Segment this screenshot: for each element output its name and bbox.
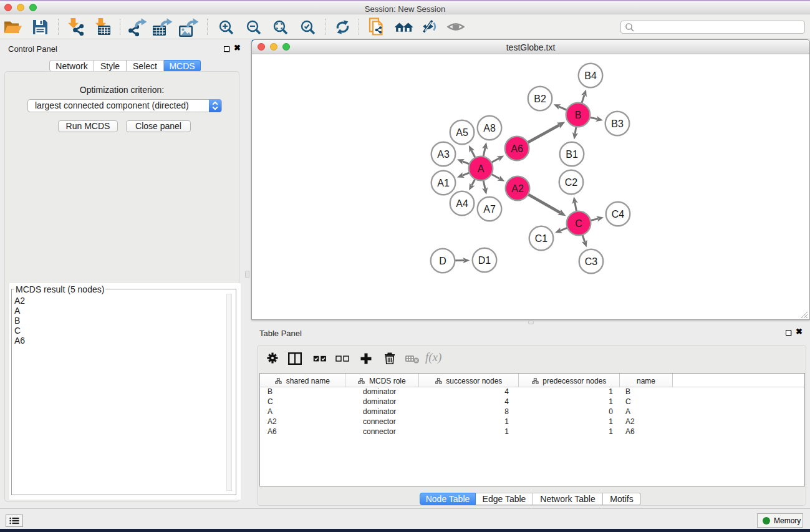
svg-text:D: D [439,256,446,266]
svg-text:A4: A4 [456,198,468,209]
svg-text:C3: C3 [585,256,598,267]
svg-text:B4: B4 [584,70,597,81]
svg-text:A8: A8 [483,123,496,133]
svg-text:D1: D1 [478,255,491,266]
svg-text:B3: B3 [611,118,624,129]
svg-text:B2: B2 [534,94,546,104]
svg-text:A1: A1 [437,178,450,188]
svg-text:A2: A2 [511,183,524,194]
svg-text:B: B [575,110,582,120]
svg-text:B1: B1 [566,149,578,160]
svg-text:C1: C1 [535,233,548,244]
svg-text:C4: C4 [612,209,625,220]
svg-text:A3: A3 [437,149,450,160]
svg-text:C2: C2 [565,177,578,188]
svg-text:A7: A7 [483,204,496,215]
svg-text:A5: A5 [456,127,468,138]
svg-text:C: C [575,218,582,229]
svg-text:A6: A6 [511,143,523,154]
svg-text:A: A [478,163,485,174]
